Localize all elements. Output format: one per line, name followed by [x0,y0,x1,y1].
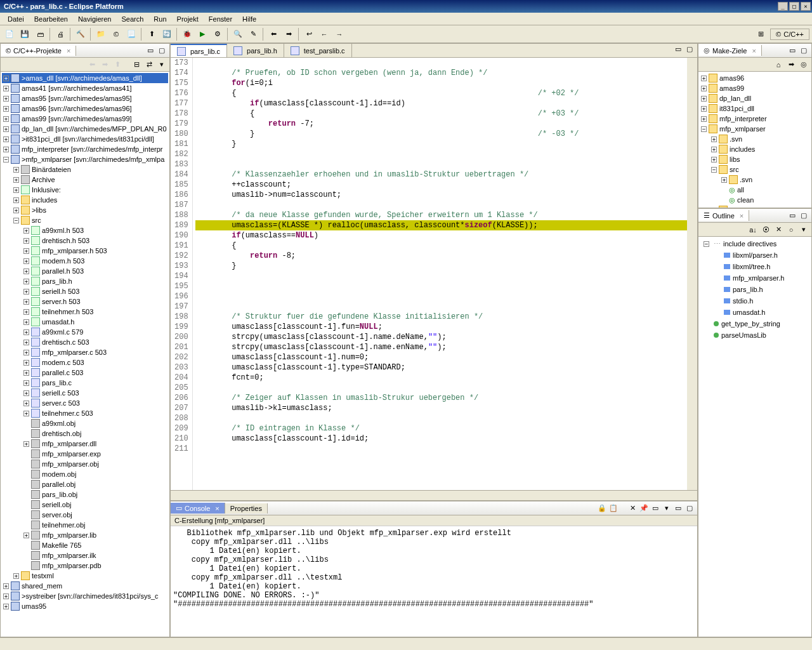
nav-fwd-icon[interactable]: ➡ [100,60,110,70]
code-area[interactable]: /* Pruefen, ob ID schon vergeben (wenn j… [193,58,687,490]
expand-icon[interactable]: + [701,96,707,102]
display-icon[interactable]: ▭ [650,503,660,514]
perspective-button[interactable]: © C/C++ [770,29,809,40]
expand-icon[interactable]: + [23,390,29,396]
expand-icon[interactable]: + [3,96,9,102]
tree-item[interactable]: +Inklusive: [2,185,168,195]
pin-icon[interactable]: 📌 [639,503,649,514]
nav-back-icon[interactable]: ⬅ [266,27,280,41]
saveall-icon[interactable]: 🗃 [33,27,47,41]
lock-icon[interactable]: 🔒 [597,503,607,514]
tree-item[interactable]: +server.c 503 [2,398,168,408]
tree-item[interactable]: +.svn [700,134,810,144]
expand-icon[interactable]: + [3,604,9,609]
tree-item[interactable]: teilnehmer.obj [2,520,168,530]
minimize-view-icon[interactable]: ▭ [673,44,683,54]
close-button[interactable]: × [801,2,811,11]
expand-icon[interactable]: + [23,370,29,376]
maximize-view-icon[interactable]: ▢ [157,46,167,56]
tree-item[interactable]: drehtisch.obj [2,428,168,439]
annotate-icon[interactable]: ✎ [246,27,260,41]
tree-item[interactable]: mfp_xmlparser.ilk [2,550,168,560]
tree-item[interactable]: modem.obj [2,469,168,479]
run-icon[interactable]: ▶ [195,27,209,41]
tree-item[interactable]: +amas95 [svn://archimedes/amas95] [2,93,168,103]
minimize-view-icon[interactable]: ▭ [673,503,683,514]
tree-item[interactable]: +testxml [2,571,168,581]
tab-make-targets[interactable]: ◎ Make-Ziele × [698,45,762,56]
tree-item[interactable]: +drehtisch.c 503 [2,337,168,347]
svn-update-icon[interactable]: 🔄 [160,27,174,41]
expand-icon[interactable]: − [3,157,9,162]
tree-item[interactable]: +>libs [2,205,168,215]
fwd-icon[interactable]: → [332,27,346,41]
minimize-view-icon[interactable]: ▭ [787,211,797,221]
nav-fwd-icon[interactable]: ➡ [282,27,296,41]
nav-icon[interactable]: ➡ [786,60,796,70]
outline-item[interactable]: umasdat.h [700,307,810,318]
tree-item[interactable]: +umasdat.h [2,317,168,327]
expand-icon[interactable]: + [23,309,29,315]
tree-item[interactable]: pars_lib.obj [2,489,168,500]
tree-item[interactable]: −src [2,215,168,225]
tree-item[interactable]: mfp_xmlparser.exp [2,449,168,459]
expand-icon[interactable]: + [3,86,9,91]
menu-icon[interactable]: ▾ [799,225,809,235]
expand-icon[interactable]: + [3,126,9,132]
tree-item[interactable]: +mfp_xmlparser.dll [2,439,168,449]
clipboard-icon[interactable]: 📋 [608,503,619,514]
hide-icon[interactable]: ✕ [773,225,783,235]
tree-item[interactable]: +seriell.h 503 [2,286,168,296]
maximize-view-icon[interactable]: ▢ [684,503,695,514]
tree-item[interactable]: +amas41 [svn://archimedes/amas41] [2,83,168,93]
tree-item[interactable]: mfp_xmlparser.obj [2,459,168,469]
expand-icon[interactable]: − [711,167,717,173]
tree-item[interactable]: +mfp_interpreter [700,114,810,124]
expand-icon[interactable]: + [23,411,29,416]
expand-icon[interactable]: + [3,136,9,142]
menu-icon[interactable]: ▾ [157,60,167,70]
expand-icon[interactable]: + [701,86,707,91]
menu-datei[interactable]: Datei [3,14,29,24]
outline-item[interactable]: get_type_by_string [700,318,810,329]
tree-item[interactable]: +dp_lan_dll [700,93,810,103]
tree-item[interactable]: +modem.c 503 [2,357,168,368]
save-icon[interactable]: 💾 [18,27,32,41]
project-tree[interactable]: +>amas_dll [svn://archimedes/amas_dll]+a… [1,72,169,637]
tab-outline[interactable]: ☰ Outline × [698,210,749,221]
menu-search[interactable]: Search [117,14,149,24]
minimize-button[interactable]: _ [778,2,788,11]
outline-item[interactable]: stdio.h [700,295,810,307]
class-icon[interactable]: © [109,27,123,41]
maximize-view-icon[interactable]: ▢ [684,44,695,54]
expand-icon[interactable]: + [711,208,717,208]
expand-icon[interactable]: + [13,208,19,213]
filter2-icon[interactable]: ○ [786,225,796,235]
expand-icon[interactable]: + [13,177,19,183]
maximize-view-icon[interactable]: ▢ [799,211,809,221]
tree-item[interactable]: ◎clean [700,195,810,205]
expand-icon[interactable]: + [23,340,29,345]
outline-item[interactable]: libxml/parser.h [700,249,810,261]
expand-icon[interactable]: + [23,299,29,305]
home-icon[interactable]: ⌂ [773,60,783,70]
tree-item[interactable]: +mfp_xmlparser.lib [2,530,168,540]
expand-icon[interactable]: + [23,350,29,355]
expand-icon[interactable]: + [3,583,9,589]
tree-item[interactable]: +modem.h 503 [2,256,168,266]
minimize-view-icon[interactable]: ▭ [787,46,797,56]
tree-item[interactable]: mfp_xmlparser.pdb [2,560,168,571]
expand-icon[interactable]: + [701,106,707,112]
new-icon[interactable]: 📄 [3,27,16,41]
expand-icon[interactable]: + [23,289,29,295]
tree-item[interactable]: server.obj [2,510,168,520]
tree-item[interactable]: +server.h 503 [2,296,168,307]
menu-run[interactable]: Run [148,14,171,24]
sort-icon[interactable]: a↓ [748,225,758,235]
close-icon[interactable]: × [740,212,743,220]
expand-icon[interactable]: + [23,238,29,244]
menu-fenster[interactable]: Fenster [204,14,237,24]
tree-item[interactable]: +amas96 [svn://archimedes/amas96] [2,103,168,114]
expand-icon[interactable]: − [704,241,709,247]
tree-item[interactable]: +includes [700,144,810,154]
